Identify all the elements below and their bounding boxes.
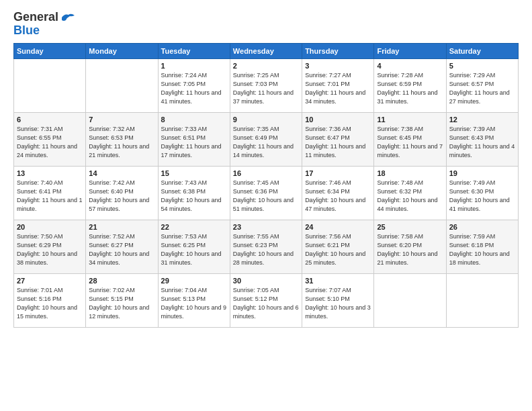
- calendar-week-row: 6Sunrise: 7:31 AMSunset: 6:55 PMDaylight…: [14, 112, 519, 166]
- day-info: Sunrise: 7:07 AMSunset: 5:10 PMDaylight:…: [305, 286, 371, 321]
- weekday-header-tuesday: Tuesday: [158, 43, 230, 58]
- day-number: 23: [233, 223, 299, 231]
- day-number: 17: [305, 169, 371, 177]
- calendar-cell: 21Sunrise: 7:52 AMSunset: 6:27 PMDayligh…: [86, 220, 158, 273]
- day-info: Sunrise: 7:46 AMSunset: 6:34 PMDaylight:…: [305, 179, 371, 214]
- day-number: 28: [89, 277, 154, 285]
- day-number: 30: [233, 277, 299, 285]
- day-number: 1: [161, 62, 227, 70]
- day-number: 3: [305, 62, 371, 70]
- calendar-cell: 25Sunrise: 7:58 AMSunset: 6:20 PMDayligh…: [374, 220, 446, 273]
- day-info: Sunrise: 7:50 AMSunset: 6:29 PMDaylight:…: [17, 232, 83, 267]
- day-number: 10: [305, 116, 371, 124]
- day-info: Sunrise: 7:56 AMSunset: 6:21 PMDaylight:…: [305, 232, 371, 267]
- day-number: 18: [377, 169, 443, 177]
- day-info: Sunrise: 7:28 AMSunset: 6:59 PMDaylight:…: [377, 71, 443, 106]
- calendar-table: SundayMondayTuesdayWednesdayThursdayFrid…: [13, 43, 519, 328]
- day-info: Sunrise: 7:59 AMSunset: 6:18 PMDaylight:…: [449, 232, 515, 267]
- calendar-cell: 1Sunrise: 7:24 AMSunset: 7:05 PMDaylight…: [158, 58, 230, 112]
- calendar-cell: [374, 273, 446, 327]
- calendar-cell: 17Sunrise: 7:46 AMSunset: 6:34 PMDayligh…: [302, 166, 374, 220]
- weekday-header-sunday: Sunday: [14, 43, 86, 58]
- calendar-cell: 23Sunrise: 7:55 AMSunset: 6:23 PMDayligh…: [230, 220, 302, 273]
- day-info: Sunrise: 7:43 AMSunset: 6:38 PMDaylight:…: [161, 179, 227, 214]
- day-number: 19: [449, 169, 515, 177]
- logo-general: General: [13, 11, 58, 24]
- day-info: Sunrise: 7:40 AMSunset: 6:41 PMDaylight:…: [17, 179, 83, 214]
- calendar-cell: 5Sunrise: 7:29 AMSunset: 6:57 PMDaylight…: [446, 58, 518, 112]
- weekday-header-saturday: Saturday: [446, 43, 518, 58]
- day-number: 20: [17, 223, 83, 231]
- day-info: Sunrise: 7:42 AMSunset: 6:40 PMDaylight:…: [89, 179, 154, 214]
- calendar-cell: 16Sunrise: 7:45 AMSunset: 6:36 PMDayligh…: [230, 166, 302, 220]
- day-number: 5: [449, 62, 515, 70]
- day-number: 14: [89, 169, 154, 177]
- calendar-cell: 9Sunrise: 7:35 AMSunset: 6:49 PMDaylight…: [230, 112, 302, 166]
- weekday-header-row: SundayMondayTuesdayWednesdayThursdayFrid…: [14, 43, 519, 58]
- logo-bird-icon: [60, 11, 76, 24]
- calendar-cell: 14Sunrise: 7:42 AMSunset: 6:40 PMDayligh…: [86, 166, 158, 220]
- day-number: 13: [17, 169, 83, 177]
- day-info: Sunrise: 7:52 AMSunset: 6:27 PMDaylight:…: [89, 232, 154, 267]
- calendar-cell: 27Sunrise: 7:01 AMSunset: 5:16 PMDayligh…: [14, 273, 86, 327]
- day-info: Sunrise: 7:31 AMSunset: 6:55 PMDaylight:…: [17, 125, 83, 160]
- day-number: 21: [89, 223, 154, 231]
- calendar-cell: 13Sunrise: 7:40 AMSunset: 6:41 PMDayligh…: [14, 166, 86, 220]
- calendar-cell: 22Sunrise: 7:53 AMSunset: 6:25 PMDayligh…: [158, 220, 230, 273]
- day-info: Sunrise: 7:36 AMSunset: 6:47 PMDaylight:…: [305, 125, 371, 160]
- day-info: Sunrise: 7:38 AMSunset: 6:45 PMDaylight:…: [377, 125, 443, 160]
- day-info: Sunrise: 7:35 AMSunset: 6:49 PMDaylight:…: [233, 125, 299, 160]
- day-number: 27: [17, 277, 83, 285]
- day-info: Sunrise: 7:25 AMSunset: 7:03 PMDaylight:…: [233, 71, 299, 106]
- calendar-cell: 12Sunrise: 7:39 AMSunset: 6:43 PMDayligh…: [446, 112, 518, 166]
- day-number: 11: [377, 116, 443, 124]
- logo: GeneralBlue: [13, 11, 76, 38]
- calendar-cell: 29Sunrise: 7:04 AMSunset: 5:13 PMDayligh…: [158, 273, 230, 327]
- logo-blue: Blue: [13, 24, 40, 38]
- calendar-cell: 4Sunrise: 7:28 AMSunset: 6:59 PMDaylight…: [374, 58, 446, 112]
- calendar-cell: 19Sunrise: 7:49 AMSunset: 6:30 PMDayligh…: [446, 166, 518, 220]
- day-number: 31: [305, 277, 371, 285]
- day-info: Sunrise: 7:29 AMSunset: 6:57 PMDaylight:…: [449, 71, 515, 106]
- weekday-header-wednesday: Wednesday: [230, 43, 302, 58]
- calendar-cell: 28Sunrise: 7:02 AMSunset: 5:15 PMDayligh…: [86, 273, 158, 327]
- calendar-week-row: 1Sunrise: 7:24 AMSunset: 7:05 PMDaylight…: [14, 58, 519, 112]
- day-number: 15: [161, 169, 227, 177]
- calendar-cell: 15Sunrise: 7:43 AMSunset: 6:38 PMDayligh…: [158, 166, 230, 220]
- calendar-cell: 8Sunrise: 7:33 AMSunset: 6:51 PMDaylight…: [158, 112, 230, 166]
- calendar-cell: 24Sunrise: 7:56 AMSunset: 6:21 PMDayligh…: [302, 220, 374, 273]
- day-number: 2: [233, 62, 299, 70]
- day-number: 26: [449, 223, 515, 231]
- day-info: Sunrise: 7:32 AMSunset: 6:53 PMDaylight:…: [89, 125, 154, 160]
- calendar-cell: 2Sunrise: 7:25 AMSunset: 7:03 PMDaylight…: [230, 58, 302, 112]
- calendar-cell: [446, 273, 518, 327]
- calendar-cell: 30Sunrise: 7:05 AMSunset: 5:12 PMDayligh…: [230, 273, 302, 327]
- day-info: Sunrise: 7:39 AMSunset: 6:43 PMDaylight:…: [449, 125, 515, 160]
- day-number: 6: [17, 116, 83, 124]
- weekday-header-thursday: Thursday: [302, 43, 374, 58]
- day-number: 7: [89, 116, 154, 124]
- calendar-cell: 18Sunrise: 7:48 AMSunset: 6:32 PMDayligh…: [374, 166, 446, 220]
- day-number: 25: [377, 223, 443, 231]
- calendar-week-row: 20Sunrise: 7:50 AMSunset: 6:29 PMDayligh…: [14, 220, 519, 273]
- day-info: Sunrise: 7:27 AMSunset: 7:01 PMDaylight:…: [305, 71, 371, 106]
- day-number: 24: [305, 223, 371, 231]
- calendar-cell: [86, 58, 158, 112]
- calendar-cell: [14, 58, 86, 112]
- day-info: Sunrise: 7:45 AMSunset: 6:36 PMDaylight:…: [233, 179, 299, 214]
- day-number: 9: [233, 116, 299, 124]
- day-info: Sunrise: 7:33 AMSunset: 6:51 PMDaylight:…: [161, 125, 227, 160]
- calendar-cell: 26Sunrise: 7:59 AMSunset: 6:18 PMDayligh…: [446, 220, 518, 273]
- day-info: Sunrise: 7:01 AMSunset: 5:16 PMDaylight:…: [17, 286, 83, 321]
- day-number: 12: [449, 116, 515, 124]
- day-info: Sunrise: 7:24 AMSunset: 7:05 PMDaylight:…: [161, 71, 227, 106]
- weekday-header-monday: Monday: [86, 43, 158, 58]
- day-info: Sunrise: 7:49 AMSunset: 6:30 PMDaylight:…: [449, 179, 515, 214]
- day-info: Sunrise: 7:58 AMSunset: 6:20 PMDaylight:…: [377, 232, 443, 267]
- day-number: 29: [161, 277, 227, 285]
- calendar-cell: 31Sunrise: 7:07 AMSunset: 5:10 PMDayligh…: [302, 273, 374, 327]
- day-number: 22: [161, 223, 227, 231]
- day-number: 16: [233, 169, 299, 177]
- calendar-cell: 6Sunrise: 7:31 AMSunset: 6:55 PMDaylight…: [14, 112, 86, 166]
- weekday-header-friday: Friday: [374, 43, 446, 58]
